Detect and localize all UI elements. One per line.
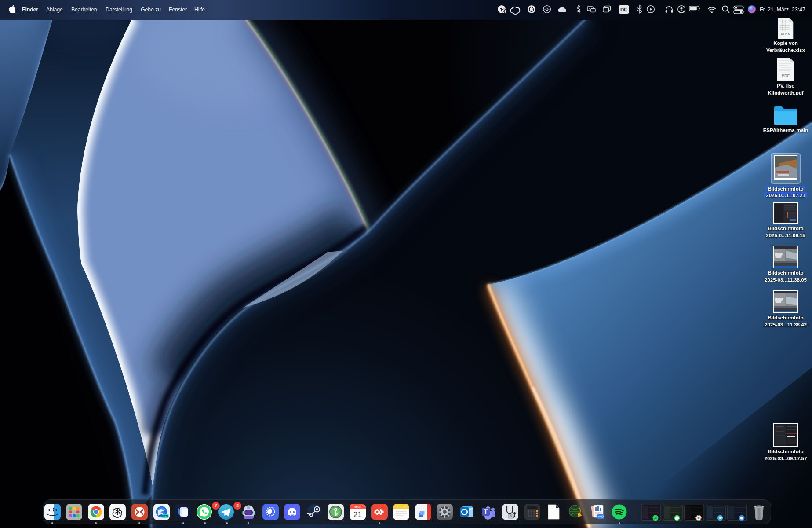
svg-text:BETA: BETA (162, 515, 168, 517)
svg-text:DE: DE (620, 7, 627, 12)
svg-text:MÄR: MÄR (354, 505, 361, 508)
svg-text:XLSX: XLSX (780, 32, 790, 36)
svg-text:21: 21 (353, 510, 362, 519)
svg-text:PDF: PDF (782, 73, 790, 78)
svg-text:4: 4 (503, 9, 505, 14)
